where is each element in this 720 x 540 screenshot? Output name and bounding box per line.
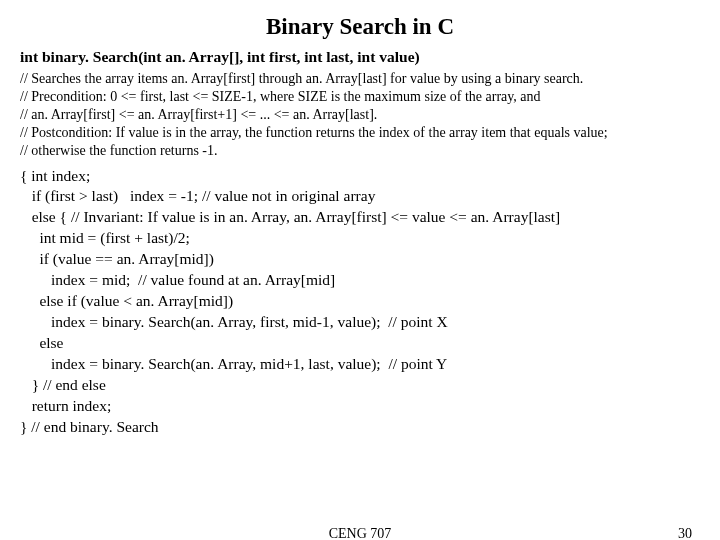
function-signature: int binary. Search(int an. Array[], int … [20, 48, 700, 66]
slide: Binary Search in C int binary. Search(in… [0, 0, 720, 438]
code-line: if (first > last) index = -1; // value n… [20, 187, 375, 204]
code-line: { int index; [20, 167, 90, 184]
comment-block: // Searches the array items an. Array[fi… [20, 70, 700, 160]
code-line: } // end else [20, 376, 106, 393]
code-line: } // end binary. Search [20, 418, 159, 435]
comment-line: // an. Array[first] <= an. Array[first+1… [20, 106, 700, 124]
code-line: int mid = (first + last)/2; [20, 229, 190, 246]
code-line: else [20, 334, 63, 351]
slide-title: Binary Search in C [20, 14, 700, 40]
comment-line: // Searches the array items an. Array[fi… [20, 70, 700, 88]
code-line: if (value == an. Array[mid]) [20, 250, 214, 267]
comment-line: // otherwise the function returns -1. [20, 142, 700, 160]
footer-course: CENG 707 [0, 526, 720, 540]
code-line: return index; [20, 397, 111, 414]
code-line: index = binary. Search(an. Array, mid+1,… [20, 355, 447, 372]
code-line: index = binary. Search(an. Array, first,… [20, 313, 448, 330]
code-line: index = mid; // value found at an. Array… [20, 271, 335, 288]
comment-line: // Postcondition: If value is in the arr… [20, 124, 700, 142]
code-line: else if (value < an. Array[mid]) [20, 292, 233, 309]
code-block: { int index; if (first > last) index = -… [20, 166, 700, 438]
page-number: 30 [678, 526, 692, 540]
comment-line: // Precondition: 0 <= first, last <= SIZ… [20, 88, 700, 106]
code-line: else { // Invariant: If value is in an. … [20, 208, 560, 225]
